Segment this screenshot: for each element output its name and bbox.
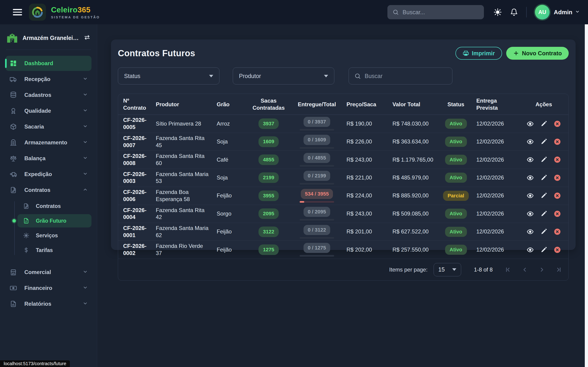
topbar: Celeiro365 SISTEMA DE GESTÃO AU Admin — [0, 0, 588, 24]
last-page-button[interactable] — [556, 267, 562, 273]
cancel-button[interactable] — [554, 246, 561, 253]
global-search-input[interactable] — [403, 9, 472, 16]
delivered-pill: 0 / 3937 — [303, 117, 330, 127]
eye-icon — [527, 192, 534, 199]
notifications-button[interactable] — [510, 8, 518, 16]
table-search[interactable] — [349, 67, 452, 84]
menu-icon[interactable] — [13, 9, 22, 15]
page-scrollbar[interactable] — [585, 24, 588, 367]
plus-icon — [513, 50, 519, 56]
delivery-progress — [300, 129, 334, 131]
price-value: R$ 226,00 — [343, 136, 389, 147]
warehouse-icon — [6, 32, 18, 44]
warehouse-selector[interactable]: Armazém Graneleir... — [6, 31, 91, 44]
user-menu[interactable]: Admin — [554, 9, 572, 16]
delivery-progress — [300, 219, 334, 221]
sidebar-subitem-grao-futuro[interactable]: Grão Futuro — [17, 214, 91, 227]
table-row[interactable]: CF-2026-0008 Fazenda Santa Rita 60 Café … — [118, 151, 569, 169]
table-row[interactable]: CF-2026-0007 Fazenda Santa Rita 45 Soja … — [118, 133, 569, 151]
sidebar-subitem-contratos[interactable]: Contratos — [17, 200, 91, 213]
sidebar-subitem-tarifas[interactable]: Tarifas — [17, 243, 91, 257]
chevron-down-icon[interactable] — [575, 9, 580, 15]
producer-filter-select[interactable]: Produtor — [233, 67, 334, 84]
edit-button[interactable] — [540, 192, 547, 199]
sidebar-item-qualidade[interactable]: Qualidade — [6, 103, 91, 118]
cancel-button[interactable] — [554, 156, 561, 163]
view-button[interactable] — [527, 138, 534, 145]
edit-button[interactable] — [540, 228, 547, 235]
status-filter-select[interactable]: Status — [118, 67, 219, 84]
global-search[interactable] — [387, 5, 484, 19]
pencil-icon — [540, 246, 547, 253]
view-button[interactable] — [527, 228, 534, 235]
print-button-label: Imprimir — [472, 50, 495, 57]
new-contract-button[interactable]: Novo Contrato — [506, 47, 569, 60]
page-size-value: 15 — [438, 266, 445, 273]
table-row[interactable]: CF-2026-0001 Fazenda Santa Maria 62 Feij… — [118, 223, 569, 241]
page-title: Contratos Futuros — [118, 49, 195, 58]
sidebar-item-label: Comercial — [24, 269, 83, 275]
sidebar-item-recepcao[interactable]: Recepção — [6, 72, 91, 87]
search-icon — [354, 73, 361, 79]
sidebar-item-sacaria[interactable]: Sacaria — [6, 119, 91, 134]
edit-button[interactable] — [540, 120, 547, 127]
price-value: R$ 243,00 — [343, 209, 389, 219]
contract-number: CF-2026-0002 — [118, 241, 153, 259]
sidebar-item-financeiro[interactable]: Financeiro — [6, 281, 91, 296]
sidebar-item-balanca[interactable]: Balança — [6, 151, 91, 166]
view-button[interactable] — [527, 156, 534, 163]
table-row[interactable]: CF-2026-0004 Fazenda Santa Rita 42 Sorgo… — [118, 205, 569, 223]
next-page-button[interactable] — [539, 267, 545, 273]
sidebar-item-relatorios[interactable]: Relatórios — [6, 296, 91, 311]
view-button[interactable] — [527, 210, 534, 217]
prev-page-button[interactable] — [522, 267, 528, 273]
sidebar-item-comercial[interactable]: Comercial — [6, 265, 91, 280]
sidebar-item-expedicao[interactable]: Expedição — [6, 167, 91, 182]
total-value: R$ 885.920,00 — [389, 190, 439, 201]
column-header: Preço/Saca — [343, 98, 389, 111]
gear-icon — [23, 232, 29, 239]
sidebar-item-dashboard[interactable]: Dashboard — [6, 56, 91, 71]
edit-button[interactable] — [540, 210, 547, 217]
producer-name: Fazenda Santa Rita 45 — [153, 133, 214, 150]
view-button[interactable] — [527, 192, 534, 199]
brand: Celeiro365 SISTEMA DE GESTÃO — [51, 6, 100, 19]
print-button[interactable]: Imprimir — [455, 47, 502, 60]
cancel-button[interactable] — [554, 138, 561, 145]
cancel-button[interactable] — [554, 228, 561, 235]
sidebar-subitem-servicos[interactable]: Serviços — [17, 229, 91, 242]
chevron-down-icon — [83, 124, 88, 130]
delivery-progress — [300, 255, 334, 257]
cancel-button[interactable] — [554, 174, 561, 181]
table-row[interactable]: CF-2026-0002 Fazenda Rio Verde 37 Feijão… — [118, 241, 569, 259]
cancel-button[interactable] — [554, 120, 561, 127]
page-size-select[interactable]: 15 — [434, 263, 461, 276]
sidebar-item-contratos[interactable]: Contratos — [6, 183, 91, 198]
view-button[interactable] — [527, 120, 534, 127]
sidebar-item-label: Cadastros — [24, 92, 83, 98]
table-search-input[interactable] — [365, 73, 441, 79]
edit-button[interactable] — [540, 156, 547, 163]
switch-warehouse-icon[interactable] — [84, 34, 91, 42]
edit-button[interactable] — [540, 246, 547, 253]
sidebar-item-armazenamento[interactable]: Armazenamento — [6, 135, 91, 150]
first-page-button[interactable] — [505, 267, 511, 273]
theme-toggle-button[interactable] — [493, 8, 502, 16]
cancel-button[interactable] — [554, 192, 561, 199]
cancel-button[interactable] — [554, 210, 561, 217]
table-row[interactable]: CF-2026-0006 Fazenda Boa Esperança 58 Fe… — [118, 187, 569, 205]
sidebar-item-cadastros[interactable]: Cadastros — [6, 87, 91, 103]
edit-button[interactable] — [540, 174, 547, 181]
table-row[interactable]: CF-2026-0005 Sítio Primavera 28 Arroz 39… — [118, 115, 569, 133]
chevron-down-icon — [83, 171, 88, 177]
avatar[interactable]: AU — [535, 5, 550, 19]
column-header: Entregue/Total — [290, 98, 343, 111]
edit-button[interactable] — [540, 138, 547, 145]
total-value: R$ 748.030,00 — [389, 118, 439, 129]
view-button[interactable] — [527, 246, 534, 253]
truck-icon — [10, 75, 17, 83]
table-row[interactable]: CF-2026-0003 Fazenda Santa Maria 53 Soja… — [118, 169, 569, 187]
topbar-divider — [526, 7, 527, 17]
contract-number: CF-2026-0006 — [118, 187, 153, 205]
view-button[interactable] — [527, 174, 534, 181]
